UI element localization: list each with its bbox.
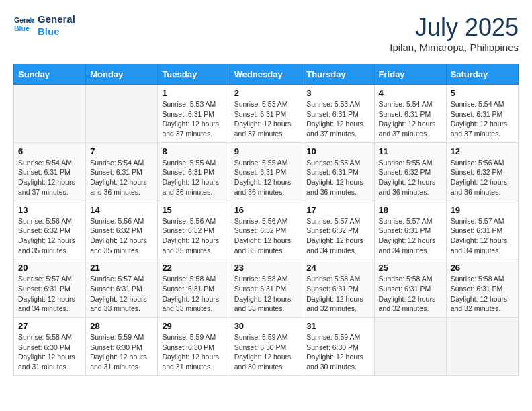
calendar-cell: 5Sunrise: 5:54 AM Sunset: 6:31 PM Daylig… (446, 85, 518, 143)
day-info: Sunrise: 5:56 AM Sunset: 6:32 PM Dayligh… (451, 158, 514, 197)
day-number: 19 (451, 205, 514, 215)
day-number: 29 (162, 321, 225, 331)
calendar-cell: 2Sunrise: 5:53 AM Sunset: 6:31 PM Daylig… (230, 85, 302, 143)
calendar-cell (374, 318, 446, 376)
logo-line1: General (38, 13, 75, 26)
day-info: Sunrise: 5:57 AM Sunset: 6:31 PM Dayligh… (451, 216, 514, 256)
day-number: 14 (90, 205, 153, 215)
day-number: 31 (306, 321, 369, 331)
calendar-cell: 4Sunrise: 5:54 AM Sunset: 6:31 PM Daylig… (374, 85, 446, 143)
day-number: 30 (234, 321, 298, 331)
day-number: 13 (18, 205, 81, 215)
weekday-header-tuesday: Tuesday (158, 64, 230, 85)
day-number: 2 (234, 88, 298, 98)
day-info: Sunrise: 5:56 AM Sunset: 6:32 PM Dayligh… (90, 216, 153, 256)
day-info: Sunrise: 5:57 AM Sunset: 6:31 PM Dayligh… (379, 216, 442, 256)
page-header: General Blue General Blue July 2025 Ipil… (13, 13, 519, 53)
day-number: 3 (306, 88, 369, 98)
day-info: Sunrise: 5:55 AM Sunset: 6:31 PM Dayligh… (162, 158, 225, 197)
day-number: 20 (18, 263, 81, 273)
day-info: Sunrise: 5:59 AM Sunset: 6:30 PM Dayligh… (90, 332, 153, 372)
calendar-cell: 3Sunrise: 5:53 AM Sunset: 6:31 PM Daylig… (302, 85, 374, 143)
day-info: Sunrise: 5:55 AM Sunset: 6:31 PM Dayligh… (306, 158, 369, 197)
day-number: 10 (306, 146, 369, 156)
day-number: 17 (306, 205, 369, 215)
day-number: 18 (379, 205, 442, 215)
calendar-cell: 30Sunrise: 5:59 AM Sunset: 6:30 PM Dayli… (230, 318, 302, 376)
weekday-header-wednesday: Wednesday (230, 64, 302, 85)
calendar-cell (446, 318, 518, 376)
day-info: Sunrise: 5:57 AM Sunset: 6:31 PM Dayligh… (90, 274, 153, 314)
day-info: Sunrise: 5:58 AM Sunset: 6:31 PM Dayligh… (162, 274, 225, 314)
day-info: Sunrise: 5:59 AM Sunset: 6:30 PM Dayligh… (234, 332, 298, 372)
calendar-cell: 19Sunrise: 5:57 AM Sunset: 6:31 PM Dayli… (446, 201, 518, 259)
day-number: 9 (234, 146, 298, 156)
calendar-cell: 11Sunrise: 5:55 AM Sunset: 6:32 PM Dayli… (374, 142, 446, 201)
calendar-cell: 31Sunrise: 5:59 AM Sunset: 6:30 PM Dayli… (302, 318, 374, 376)
logo-line2: Blue (38, 26, 75, 38)
calendar-cell: 16Sunrise: 5:56 AM Sunset: 6:32 PM Dayli… (230, 201, 302, 259)
day-info: Sunrise: 5:55 AM Sunset: 6:32 PM Dayligh… (379, 158, 442, 197)
calendar-cell: 21Sunrise: 5:57 AM Sunset: 6:31 PM Dayli… (86, 259, 158, 318)
calendar-cell: 29Sunrise: 5:59 AM Sunset: 6:30 PM Dayli… (158, 318, 230, 376)
day-number: 11 (379, 146, 442, 156)
calendar-cell: 14Sunrise: 5:56 AM Sunset: 6:32 PM Dayli… (86, 201, 158, 259)
day-number: 16 (234, 205, 298, 215)
calendar-cell: 28Sunrise: 5:59 AM Sunset: 6:30 PM Dayli… (86, 318, 158, 376)
day-info: Sunrise: 5:55 AM Sunset: 6:31 PM Dayligh… (234, 158, 298, 197)
day-number: 28 (90, 321, 153, 331)
month-year-title: July 2025 (390, 13, 519, 42)
day-number: 26 (451, 263, 514, 273)
day-number: 25 (379, 263, 442, 273)
calendar-table: SundayMondayTuesdayWednesdayThursdayFrid… (13, 64, 519, 376)
day-info: Sunrise: 5:53 AM Sunset: 6:31 PM Dayligh… (234, 99, 298, 139)
day-number: 8 (162, 146, 225, 156)
calendar-cell: 13Sunrise: 5:56 AM Sunset: 6:32 PM Dayli… (14, 201, 86, 259)
day-number: 24 (306, 263, 369, 273)
calendar-cell: 24Sunrise: 5:58 AM Sunset: 6:31 PM Dayli… (302, 259, 374, 318)
calendar-cell: 20Sunrise: 5:57 AM Sunset: 6:31 PM Dayli… (14, 259, 86, 318)
calendar-week-row: 1Sunrise: 5:53 AM Sunset: 6:31 PM Daylig… (14, 85, 519, 143)
calendar-cell: 12Sunrise: 5:56 AM Sunset: 6:32 PM Dayli… (446, 142, 518, 201)
calendar-header-row: SundayMondayTuesdayWednesdayThursdayFrid… (14, 64, 519, 85)
day-number: 22 (162, 263, 225, 273)
weekday-header-sunday: Sunday (14, 64, 86, 85)
logo-icon: General Blue (13, 15, 35, 36)
calendar-cell: 17Sunrise: 5:57 AM Sunset: 6:32 PM Dayli… (302, 201, 374, 259)
calendar-week-row: 20Sunrise: 5:57 AM Sunset: 6:31 PM Dayli… (14, 259, 519, 318)
svg-text:Blue: Blue (14, 24, 30, 32)
day-info: Sunrise: 5:54 AM Sunset: 6:31 PM Dayligh… (18, 158, 81, 197)
day-info: Sunrise: 5:58 AM Sunset: 6:31 PM Dayligh… (306, 274, 369, 314)
calendar-cell: 26Sunrise: 5:58 AM Sunset: 6:31 PM Dayli… (446, 259, 518, 318)
location-subtitle: Ipilan, Mimaropa, Philippines (390, 42, 519, 53)
day-number: 6 (18, 146, 81, 156)
day-info: Sunrise: 5:57 AM Sunset: 6:31 PM Dayligh… (18, 274, 81, 314)
calendar-cell: 1Sunrise: 5:53 AM Sunset: 6:31 PM Daylig… (158, 85, 230, 143)
calendar-cell: 7Sunrise: 5:54 AM Sunset: 6:31 PM Daylig… (86, 142, 158, 201)
calendar-cell: 23Sunrise: 5:58 AM Sunset: 6:31 PM Dayli… (230, 259, 302, 318)
day-info: Sunrise: 5:54 AM Sunset: 6:31 PM Dayligh… (451, 99, 514, 139)
day-info: Sunrise: 5:56 AM Sunset: 6:32 PM Dayligh… (18, 216, 81, 256)
calendar-week-row: 13Sunrise: 5:56 AM Sunset: 6:32 PM Dayli… (14, 201, 519, 259)
day-number: 7 (90, 146, 153, 156)
day-number: 27 (18, 321, 81, 331)
logo: General Blue General Blue (13, 13, 75, 38)
day-info: Sunrise: 5:54 AM Sunset: 6:31 PM Dayligh… (90, 158, 153, 197)
calendar-cell: 27Sunrise: 5:58 AM Sunset: 6:30 PM Dayli… (14, 318, 86, 376)
weekday-header-thursday: Thursday (302, 64, 374, 85)
day-info: Sunrise: 5:56 AM Sunset: 6:32 PM Dayligh… (162, 216, 225, 256)
day-info: Sunrise: 5:53 AM Sunset: 6:31 PM Dayligh… (162, 99, 225, 139)
calendar-cell: 8Sunrise: 5:55 AM Sunset: 6:31 PM Daylig… (158, 142, 230, 201)
day-info: Sunrise: 5:58 AM Sunset: 6:31 PM Dayligh… (451, 274, 514, 314)
day-info: Sunrise: 5:56 AM Sunset: 6:32 PM Dayligh… (234, 216, 298, 256)
calendar-cell (14, 85, 86, 143)
day-info: Sunrise: 5:53 AM Sunset: 6:31 PM Dayligh… (306, 99, 369, 139)
day-info: Sunrise: 5:59 AM Sunset: 6:30 PM Dayligh… (306, 332, 369, 372)
calendar-cell: 25Sunrise: 5:58 AM Sunset: 6:31 PM Dayli… (374, 259, 446, 318)
calendar-week-row: 6Sunrise: 5:54 AM Sunset: 6:31 PM Daylig… (14, 142, 519, 201)
day-number: 4 (379, 88, 442, 98)
day-number: 5 (451, 88, 514, 98)
day-info: Sunrise: 5:58 AM Sunset: 6:30 PM Dayligh… (18, 332, 81, 372)
calendar-cell: 22Sunrise: 5:58 AM Sunset: 6:31 PM Dayli… (158, 259, 230, 318)
calendar-cell: 15Sunrise: 5:56 AM Sunset: 6:32 PM Dayli… (158, 201, 230, 259)
